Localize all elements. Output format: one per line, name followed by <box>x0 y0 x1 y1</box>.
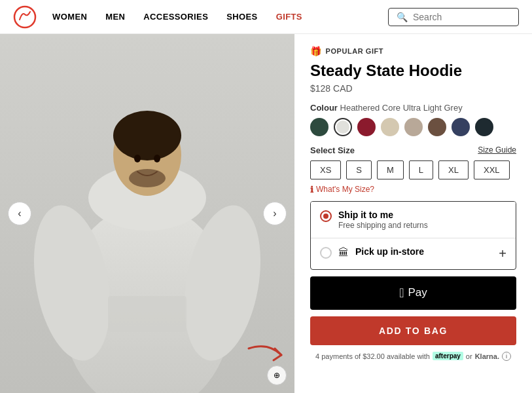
apple-logo-icon:  <box>399 286 404 301</box>
info-icon[interactable]: i <box>502 352 511 361</box>
svg-point-11 <box>129 169 166 187</box>
swatch-burgundy[interactable] <box>357 118 376 136</box>
ship-to-me-option[interactable]: Ship it to me Free shipping and returns <box>311 202 516 238</box>
or-text: or <box>466 352 472 360</box>
whats-my-size-link[interactable]: ℹ What's My Size? <box>310 185 516 195</box>
nav-links: WOMEN MEN ACCESSORIES SHOES GIFTS <box>52 12 388 22</box>
ship-title: Ship it to me <box>338 210 506 220</box>
svg-point-9 <box>134 155 141 162</box>
size-m[interactable]: M <box>377 160 404 179</box>
size-s[interactable]: S <box>346 160 372 179</box>
ship-subtitle: Free shipping and returns <box>338 221 506 230</box>
swatch-brown[interactable] <box>428 118 446 136</box>
swatch-cream[interactable] <box>381 118 399 136</box>
expand-button[interactable]: ⊕ <box>267 365 287 385</box>
product-image <box>0 34 294 393</box>
image-prev-button[interactable]: ‹ <box>8 202 31 225</box>
product-photo <box>0 34 294 393</box>
popular-gift-badge: 🎁 POPULAR GIFT <box>310 46 516 56</box>
swatch-dark-green[interactable] <box>310 118 328 136</box>
klarna-brand: Klarna. <box>475 352 499 360</box>
ship-text: Ship it to me Free shipping and returns <box>338 210 506 230</box>
svg-point-8 <box>113 111 181 160</box>
pickup-text: Pick up in-store <box>355 246 492 257</box>
shipping-section: Ship it to me Free shipping and returns … <box>310 201 516 270</box>
radio-fill <box>323 214 328 219</box>
swatch-navy[interactable] <box>452 118 470 136</box>
size-section: Select Size Size Guide XS S M L XL XXL ℹ… <box>310 145 516 195</box>
nav-shoes[interactable]: SHOES <box>226 12 257 22</box>
svg-point-0 <box>14 7 35 28</box>
svg-rect-12 <box>108 296 186 332</box>
nav-men[interactable]: MEN <box>105 12 125 22</box>
size-header: Select Size Size Guide <box>310 145 516 155</box>
size-xxl[interactable]: XXL <box>474 160 510 179</box>
product-details: 🎁 POPULAR GIFT Steady State Hoodie $128 … <box>294 34 532 393</box>
size-buttons: XS S M L XL XXL <box>310 160 516 179</box>
afterpay-text: 4 payments of $32.00 available with <box>315 352 430 360</box>
size-l[interactable]: L <box>409 160 433 179</box>
pickup-title: Pick up in-store <box>355 246 492 257</box>
colour-label: Colour Heathered Core Ultra Light Grey <box>310 103 516 113</box>
nav-accessories[interactable]: ACCESSORIES <box>143 12 208 22</box>
gift-icon: 🎁 <box>310 46 322 56</box>
afterpay-note: 4 payments of $32.00 available with afte… <box>310 352 516 361</box>
apple-pay-button[interactable]:  Pay <box>310 276 516 310</box>
swatch-taupe[interactable] <box>404 118 423 136</box>
apple-pay-label: Pay <box>408 286 427 299</box>
nav-gifts[interactable]: GIFTS <box>276 12 302 22</box>
search-icon: 🔍 <box>397 12 408 22</box>
pickup-radio <box>320 247 332 259</box>
size-guide-link[interactable]: Size Guide <box>478 145 516 155</box>
size-icon: ℹ <box>310 185 313 195</box>
ship-radio <box>320 210 332 222</box>
size-xs[interactable]: XS <box>310 160 341 179</box>
swatch-light-grey[interactable] <box>334 118 352 136</box>
size-label: Select Size <box>310 145 355 155</box>
search-box[interactable]: 🔍 <box>388 8 519 26</box>
add-to-bag-button[interactable]: ADD TO BAG <box>310 316 516 345</box>
afterpay-brand: afterpay <box>433 352 463 360</box>
colour-swatches <box>310 118 516 136</box>
image-next-button[interactable]: › <box>263 202 287 225</box>
pickup-expand-icon: + <box>499 246 506 261</box>
store-icon: 🏛 <box>338 247 349 259</box>
search-input[interactable] <box>413 12 505 22</box>
product-price: $128 CAD <box>310 83 516 94</box>
swatch-dark-navy[interactable] <box>475 118 493 136</box>
lululemon-logo[interactable] <box>13 5 37 29</box>
navbar: WOMEN MEN ACCESSORIES SHOES GIFTS 🔍 <box>0 0 532 34</box>
svg-point-10 <box>154 155 160 162</box>
nav-women[interactable]: WOMEN <box>52 12 87 22</box>
main-content: ‹ › ⊕ 🎁 POPULAR GIFT Steady State Hoodie… <box>0 34 532 393</box>
size-xl[interactable]: XL <box>438 160 469 179</box>
colour-section: Colour Heathered Core Ultra Light Grey <box>310 103 516 136</box>
product-title: Steady State Hoodie <box>310 62 516 81</box>
pickup-option[interactable]: 🏛 Pick up in-store + <box>311 238 516 269</box>
product-image-area: ‹ › ⊕ <box>0 34 294 393</box>
expand-icon: ⊕ <box>274 371 280 380</box>
